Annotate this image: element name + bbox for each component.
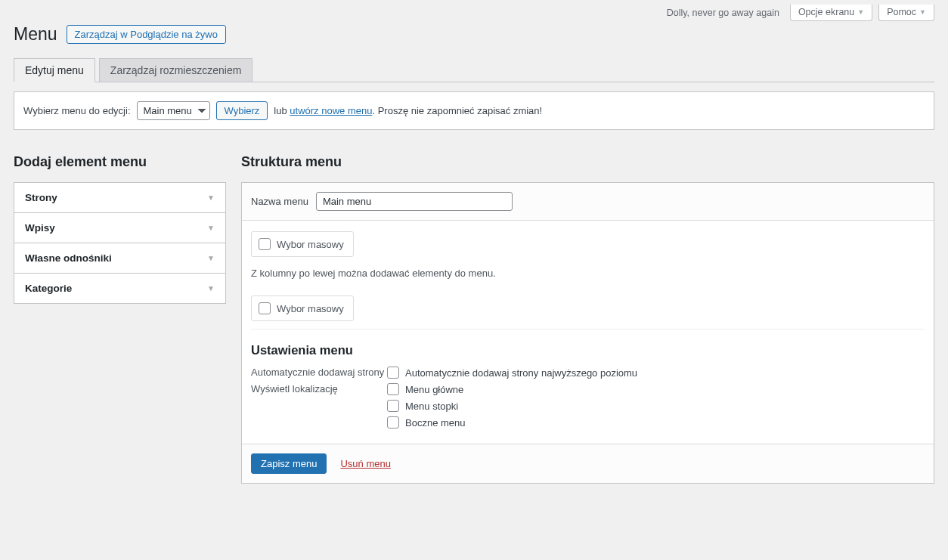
bulk-select-bottom[interactable]: Wybor masowy xyxy=(251,295,354,321)
help-button[interactable]: Pomoc ▼ xyxy=(878,5,934,21)
accordion-custom-links-label: Własne odnośniki xyxy=(25,252,112,264)
manage-live-preview-button[interactable]: Zarządzaj w Podglądzie na żywo xyxy=(67,25,226,44)
accordion-pages[interactable]: Strony ▼ xyxy=(14,183,225,213)
location-footer-checkbox[interactable] xyxy=(387,400,399,412)
dolly-text: Dolly, never go away again xyxy=(667,5,779,21)
chevron-down-icon: ▼ xyxy=(207,254,215,262)
bulk-select-label: Wybor masowy xyxy=(277,239,344,250)
empty-menu-hint: Z kolumny po lewej można dodawać element… xyxy=(251,268,925,279)
help-label: Pomoc xyxy=(887,7,916,17)
location-main-label: Menu główne xyxy=(405,384,463,395)
chevron-down-icon: ▼ xyxy=(919,8,926,16)
create-new-menu-link[interactable]: utwórz nowe menu xyxy=(290,105,372,116)
reminder-text: . Proszę nie zapomnieć zapisać zmian! xyxy=(372,105,542,116)
accordion-custom-links[interactable]: Własne odnośniki ▼ xyxy=(14,243,225,274)
tab-edit-menu[interactable]: Edytuj menu xyxy=(14,58,95,82)
accordion-categories[interactable]: Kategorie ▼ xyxy=(14,274,225,303)
location-footer-label: Menu stopki xyxy=(405,401,458,412)
chevron-down-icon: ▼ xyxy=(207,224,215,232)
auto-add-pages-checkbox[interactable] xyxy=(387,367,399,379)
auto-add-pages-option: Automatycznie dodawaj strony najwyższego… xyxy=(405,367,637,379)
menu-structure-heading: Struktura menu xyxy=(241,154,934,170)
display-location-label: Wyświetl lokalizację xyxy=(251,383,387,429)
accordion-categories-label: Kategorie xyxy=(25,283,72,294)
accordion-posts[interactable]: Wpisy ▼ xyxy=(14,213,225,243)
delete-menu-link[interactable]: Usuń menu xyxy=(340,458,390,469)
bulk-select-top[interactable]: Wybor masowy xyxy=(251,231,354,257)
menu-settings-heading: Ustawienia menu xyxy=(251,329,925,357)
menu-name-input[interactable] xyxy=(316,192,513,211)
bulk-select-checkbox[interactable] xyxy=(259,238,271,250)
screen-options-label: Opcje ekranu xyxy=(798,7,854,17)
bulk-select-label: Wybor masowy xyxy=(277,303,344,314)
screen-options-button[interactable]: Opcje ekranu ▼ xyxy=(790,5,872,21)
auto-add-pages-label: Automatycznie dodawaj strony xyxy=(251,367,387,379)
choose-button[interactable]: Wybierz xyxy=(216,101,268,120)
chevron-down-icon: ▼ xyxy=(207,284,215,292)
location-side-label: Boczne menu xyxy=(405,417,466,429)
add-menu-item-heading: Dodaj element menu xyxy=(14,154,226,170)
location-side-checkbox[interactable] xyxy=(387,416,399,429)
accordion-pages-label: Strony xyxy=(25,192,57,203)
save-menu-button[interactable]: Zapisz menu xyxy=(251,453,327,474)
or-text: lub xyxy=(274,105,287,116)
bulk-select-checkbox[interactable] xyxy=(259,302,271,314)
chevron-down-icon: ▼ xyxy=(857,8,864,16)
menu-name-label: Nazwa menu xyxy=(251,196,308,207)
page-title: Menu xyxy=(14,24,57,45)
accordion-posts-label: Wpisy xyxy=(25,222,55,234)
menu-select[interactable]: Main menu xyxy=(137,101,210,120)
tab-manage-locations[interactable]: Zarządzaj rozmieszczeniem xyxy=(99,58,253,82)
select-menu-prompt: Wybierz menu do edycji: xyxy=(23,105,131,116)
location-main-checkbox[interactable] xyxy=(387,383,399,395)
chevron-down-icon: ▼ xyxy=(207,193,215,202)
